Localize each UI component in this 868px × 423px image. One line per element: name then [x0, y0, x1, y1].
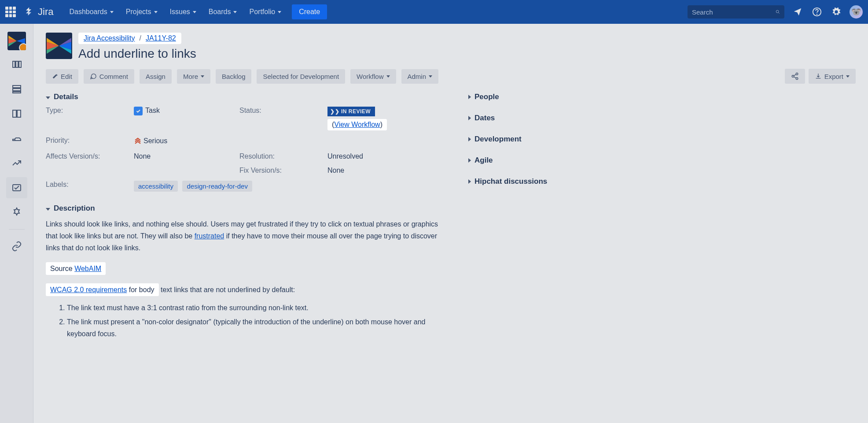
svg-line-1 [778, 12, 780, 14]
svg-point-0 [776, 10, 779, 13]
list-item: The link must present a "non-color desig… [67, 316, 451, 340]
settings-icon[interactable] [830, 6, 842, 18]
main-content: Jira Accessibility / JA11Y-82 Add underl… [33, 24, 868, 423]
help-icon[interactable] [811, 6, 823, 18]
issue-title: Add underline to links [78, 47, 196, 61]
backlog-button[interactable]: Backlog [216, 69, 251, 84]
nav-boards[interactable]: Boards [203, 4, 243, 19]
chevron-down-icon [46, 204, 50, 213]
view-workflow-link[interactable]: View Workflow [334, 121, 380, 128]
chevron-right-icon [468, 156, 471, 165]
details-header[interactable]: Details [46, 93, 451, 101]
breadcrumb: Jira Accessibility / JA11Y-82 [78, 33, 181, 44]
nav-dashboards[interactable]: Dashboards [64, 4, 118, 19]
sidebar-releases[interactable] [6, 128, 27, 149]
description-section: Description Links should look like links… [46, 204, 451, 340]
type-value: Task [134, 107, 239, 115]
sidebar-link[interactable] [6, 236, 27, 257]
chevron-right-icon [468, 93, 471, 101]
frustrated-link[interactable]: frustrated [195, 232, 224, 240]
svg-rect-7 [19, 61, 21, 67]
sidebar-issues[interactable] [6, 177, 27, 198]
side-agile[interactable]: Agile [468, 156, 627, 165]
fix-value: None [327, 167, 451, 174]
more-button[interactable]: More [177, 69, 210, 84]
issue-header: Jira Accessibility / JA11Y-82 Add underl… [46, 33, 856, 61]
sidebar-sprints[interactable] [6, 78, 27, 100]
side-dates[interactable]: Dates [468, 114, 627, 122]
apps-switcher-icon[interactable] [5, 7, 16, 17]
sidebar-backlog[interactable] [6, 54, 27, 75]
svg-rect-9 [13, 89, 21, 91]
resolution-label: Resolution: [239, 152, 327, 160]
svg-rect-6 [16, 61, 18, 67]
search-input[interactable] [692, 8, 776, 16]
breadcrumb-separator: / [139, 34, 141, 42]
svg-rect-11 [13, 110, 16, 117]
chevron-right-icon [468, 114, 471, 122]
svg-point-3 [817, 14, 817, 15]
status-label: Status: [239, 107, 327, 115]
priority-value: Serious [134, 137, 239, 146]
export-button[interactable]: Export [809, 69, 856, 84]
priority-icon [134, 138, 142, 146]
chevron-right-icon [468, 177, 471, 186]
feedback-icon[interactable] [791, 6, 804, 18]
label-chip[interactable]: accessibility [134, 181, 178, 192]
labels-label: Labels: [46, 181, 134, 189]
sidebar-board[interactable] [6, 103, 27, 124]
svg-point-16 [792, 75, 794, 78]
labels-value: accessibility design-ready-for-dev [134, 181, 451, 192]
sidebar-project[interactable] [7, 32, 26, 50]
nav-issues[interactable]: Issues [165, 4, 202, 19]
description-body: Links should look like links, and nothin… [46, 218, 451, 340]
side-development[interactable]: Development [468, 135, 627, 144]
svg-rect-12 [17, 110, 21, 117]
svg-line-19 [794, 77, 796, 78]
comment-button[interactable]: Comment [84, 69, 134, 84]
selected-button[interactable]: Selected for Development [257, 69, 345, 84]
jira-icon [24, 6, 35, 18]
project-avatar [46, 33, 72, 59]
chevron-down-icon [46, 93, 50, 101]
description-header[interactable]: Description [46, 204, 451, 213]
svg-point-15 [796, 73, 798, 75]
side-panel: People Dates Development Agile Hipchat d… [468, 93, 627, 341]
chevron-right-icon [468, 135, 471, 144]
edit-button[interactable]: Edit [46, 69, 78, 84]
status-badge: ❯❯IN REVIEW [327, 107, 375, 116]
sidebar [0, 24, 33, 423]
affects-value: None [134, 152, 239, 160]
affects-label: Affects Version/s: [46, 152, 134, 160]
task-icon [134, 107, 143, 115]
svg-line-18 [794, 74, 796, 76]
side-hipchat[interactable]: Hipchat discussions [468, 177, 627, 186]
create-button[interactable]: Create [292, 4, 327, 19]
user-avatar[interactable]: 🐨 [850, 5, 863, 19]
sidebar-reports[interactable] [6, 152, 27, 174]
jira-logo[interactable]: Jira [24, 6, 53, 18]
breadcrumb-project-link[interactable]: Jira Accessibility [84, 34, 135, 42]
assign-button[interactable]: Assign [140, 69, 172, 84]
webaim-link[interactable]: WebAIM [74, 265, 101, 272]
nav-portfolio[interactable]: Portfolio [244, 4, 287, 19]
fix-label: Fix Version/s: [239, 167, 327, 174]
pencil-icon [52, 73, 58, 79]
actions-row: Edit Comment Assign More Backlog Selecte… [46, 69, 856, 84]
wcag-link[interactable]: WCAG 2.0 requirements [50, 286, 127, 293]
sidebar-divider [9, 229, 25, 230]
sidebar-addons[interactable] [6, 202, 27, 223]
admin-button[interactable]: Admin [401, 69, 439, 84]
nav-projects[interactable]: Projects [121, 4, 163, 19]
nav-items: Dashboards Projects Issues Boards Portfo… [64, 4, 327, 19]
workflow-button[interactable]: Workflow [350, 69, 396, 84]
label-chip[interactable]: design-ready-for-dev [182, 181, 252, 192]
share-button[interactable] [785, 69, 805, 84]
source-label: Source [50, 265, 74, 272]
search-box[interactable] [688, 5, 784, 19]
breadcrumb-issue-link[interactable]: JA11Y-82 [146, 34, 176, 42]
type-label: Type: [46, 107, 134, 115]
side-people[interactable]: People [468, 93, 627, 101]
svg-point-17 [796, 78, 798, 80]
wcag-rest: text links that are not underlined by de… [159, 286, 295, 293]
